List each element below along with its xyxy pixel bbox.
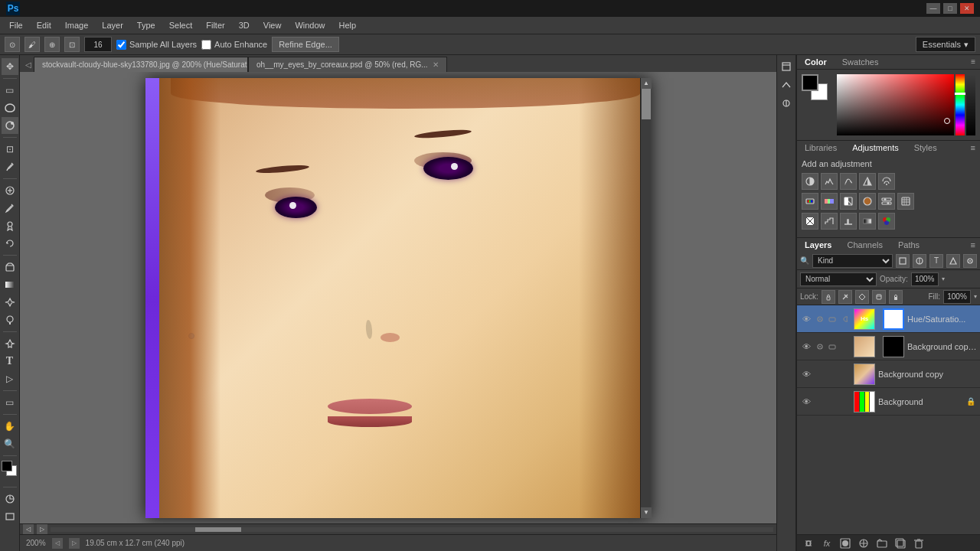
opacity-chevron-icon[interactable]: ▾ bbox=[942, 276, 945, 282]
layer-smart-hue-saturation[interactable] bbox=[828, 313, 837, 325]
lock-transparent-pixels-button[interactable] bbox=[822, 290, 835, 304]
tab-2-close-icon[interactable]: ✕ bbox=[433, 60, 439, 69]
black-white-icon[interactable] bbox=[840, 193, 857, 210]
create-adjustment-layer-button[interactable] bbox=[857, 536, 871, 550]
menu-item-type[interactable]: Type bbox=[131, 19, 162, 31]
lasso-tool-button[interactable] bbox=[2, 99, 18, 116]
filter-smart-button[interactable] bbox=[963, 254, 977, 268]
panel-tool-3[interactable] bbox=[778, 95, 795, 112]
horizontal-scroll-track[interactable] bbox=[51, 527, 773, 532]
layer-eye-background[interactable]: 👁 bbox=[800, 396, 812, 408]
layer-fx-hue-saturation[interactable] bbox=[815, 313, 825, 325]
menu-item-file[interactable]: File bbox=[3, 19, 29, 31]
link-layers-button[interactable] bbox=[802, 536, 815, 550]
channel-mixer-icon[interactable] bbox=[878, 193, 895, 210]
canvas-vertical-scrollbar[interactable]: ▲ ▼ bbox=[640, 78, 651, 518]
panel-tool-1[interactable] bbox=[778, 58, 795, 75]
status-prev-button[interactable]: ◁ bbox=[52, 538, 63, 549]
filter-adjustment-button[interactable] bbox=[913, 254, 926, 268]
marquee-tool-button[interactable]: ▭ bbox=[2, 82, 18, 99]
brightness-contrast-icon[interactable] bbox=[802, 173, 818, 190]
scroll-down-arrow[interactable]: ▼ bbox=[641, 507, 652, 518]
swatches-tab[interactable]: Swatches bbox=[835, 55, 887, 69]
minimize-button[interactable]: — bbox=[926, 3, 940, 14]
filter-shape-button[interactable] bbox=[946, 254, 960, 268]
delete-layer-button[interactable] bbox=[912, 536, 926, 550]
color-tab[interactable]: Color bbox=[797, 55, 835, 69]
menu-item-image[interactable]: Image bbox=[59, 19, 95, 31]
scroll-left-button[interactable]: ◁ bbox=[23, 524, 34, 535]
exposure-icon[interactable] bbox=[859, 173, 876, 190]
opacity-value-display[interactable]: 100% bbox=[911, 272, 939, 286]
fill-chevron-icon[interactable]: ▾ bbox=[974, 293, 977, 300]
menu-item-window[interactable]: Window bbox=[289, 19, 331, 31]
posterize-icon[interactable] bbox=[821, 213, 838, 230]
color-alpha-slider[interactable] bbox=[966, 74, 975, 135]
lock-all-button[interactable] bbox=[889, 290, 903, 304]
layer-item-hue-saturation[interactable]: 👁 Hs Hue/Saturatio... bbox=[797, 305, 980, 333]
shape-tool-button[interactable]: ▭ bbox=[2, 394, 18, 411]
move-tool-button[interactable]: ✥ bbox=[2, 58, 18, 75]
hand-tool-button[interactable]: ✋ bbox=[2, 418, 18, 435]
tab-2[interactable]: oh__my_eyes_by_coreaux.psd @ 50% (red, R… bbox=[248, 57, 447, 72]
menu-item-edit[interactable]: Edit bbox=[31, 19, 57, 31]
add-layer-style-button[interactable]: fx bbox=[820, 536, 834, 550]
scroll-right-button[interactable]: ▷ bbox=[37, 524, 47, 535]
eyedropper-tool-button[interactable] bbox=[2, 158, 18, 175]
collapse-panel-button[interactable]: ◁ bbox=[23, 57, 34, 72]
lock-artboard-button[interactable] bbox=[872, 290, 886, 304]
lock-image-pixels-button[interactable] bbox=[838, 290, 852, 304]
adjustments-panel-menu-icon[interactable]: ≡ bbox=[966, 141, 980, 155]
canvas-document[interactable]: ▲ ▼ bbox=[20, 72, 776, 523]
color-panel-menu-icon[interactable]: ≡ bbox=[966, 55, 980, 69]
sample-all-layers-checkbox[interactable] bbox=[116, 40, 126, 50]
foreground-color-swatch[interactable] bbox=[2, 461, 12, 471]
text-tool-button[interactable]: T bbox=[2, 353, 18, 370]
menu-item-view[interactable]: View bbox=[257, 19, 288, 31]
menu-item-select[interactable]: Select bbox=[163, 19, 199, 31]
auto-enhance-checkbox[interactable] bbox=[201, 40, 211, 50]
layer-fx-background-copy[interactable] bbox=[815, 368, 825, 380]
layer-fx-background-copy-2[interactable] bbox=[815, 341, 825, 353]
pen-tool-button[interactable] bbox=[2, 335, 18, 352]
vibrance-icon[interactable] bbox=[878, 173, 895, 190]
zoom-tool-button[interactable]: 🔍 bbox=[2, 435, 18, 452]
color-hue-slider[interactable] bbox=[956, 74, 965, 135]
blend-mode-select[interactable]: Normal Multiply Screen Overlay bbox=[800, 272, 877, 286]
filter-type-select[interactable]: Kind bbox=[812, 254, 893, 268]
layer-item-background-copy[interactable]: 👁 Background copy bbox=[797, 360, 980, 388]
lock-position-button[interactable] bbox=[855, 290, 869, 304]
quick-select-tool-button[interactable] bbox=[2, 117, 18, 134]
layers-tab[interactable]: Layers bbox=[797, 238, 839, 252]
blur-tool-button[interactable] bbox=[2, 294, 18, 311]
maximize-button[interactable]: □ bbox=[943, 3, 957, 14]
filter-type-button[interactable]: T bbox=[929, 254, 943, 268]
close-button[interactable]: ✕ bbox=[960, 3, 974, 14]
brush-options2-icon[interactable]: ⊕ bbox=[44, 37, 60, 52]
hue-saturation-icon[interactable] bbox=[802, 193, 818, 210]
crop-tool-button[interactable]: ⊡ bbox=[2, 141, 18, 158]
essentials-selector[interactable]: Essentials ▾ bbox=[916, 37, 975, 52]
status-next-button[interactable]: ▷ bbox=[69, 538, 80, 549]
create-new-layer-button[interactable] bbox=[893, 536, 907, 550]
history-tool-button[interactable] bbox=[2, 235, 18, 252]
menu-item-3d[interactable]: 3D bbox=[233, 19, 256, 31]
brush-options-icon[interactable]: 🖌 bbox=[24, 37, 40, 52]
vertical-scroll-thumb[interactable] bbox=[642, 89, 651, 119]
invert-icon[interactable] bbox=[802, 213, 818, 230]
layer-eye-background-copy[interactable]: 👁 bbox=[800, 368, 812, 380]
curves-icon[interactable] bbox=[840, 173, 857, 190]
menu-item-layer[interactable]: Layer bbox=[96, 19, 129, 31]
tab-1[interactable]: stockvault-cloudy-blue-sky133780.jpg @ 2… bbox=[34, 57, 248, 72]
layer-eye-hue-saturation[interactable]: 👁 bbox=[800, 313, 812, 325]
layers-panel-menu-icon[interactable]: ≡ bbox=[966, 238, 980, 252]
gradient-map-icon[interactable] bbox=[859, 213, 876, 230]
create-group-button[interactable] bbox=[875, 536, 889, 550]
clone-tool-button[interactable] bbox=[2, 217, 18, 234]
path-select-tool-button[interactable]: ▷ bbox=[2, 370, 18, 387]
add-layer-mask-button[interactable] bbox=[838, 536, 852, 550]
styles-tab[interactable]: Styles bbox=[906, 141, 945, 155]
levels-icon[interactable] bbox=[821, 173, 838, 190]
scroll-up-arrow[interactable]: ▲ bbox=[641, 78, 652, 89]
channels-tab[interactable]: Channels bbox=[839, 238, 890, 252]
